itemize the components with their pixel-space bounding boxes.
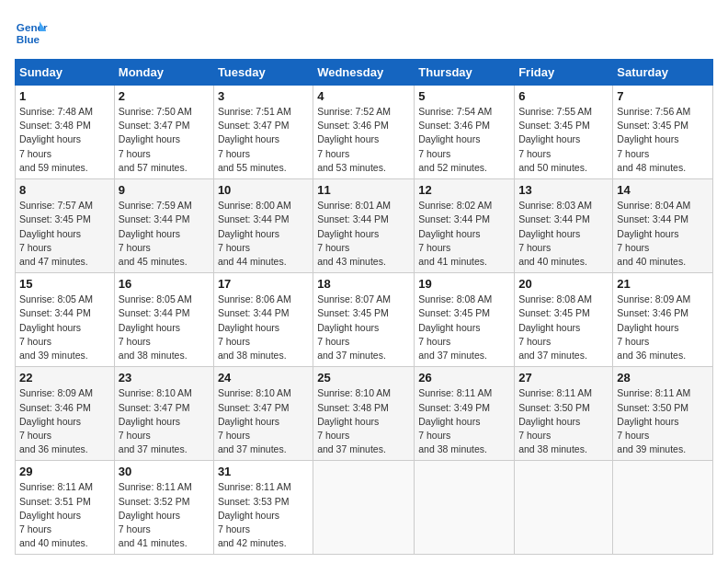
header-tuesday: Tuesday xyxy=(213,60,313,86)
calendar-cell: 17 Sunrise: 8:06 AM Sunset: 3:44 PM Dayl… xyxy=(213,273,313,367)
calendar-cell: 8 Sunrise: 7:57 AM Sunset: 3:45 PM Dayli… xyxy=(16,179,115,273)
day-number: 17 xyxy=(218,277,309,291)
calendar-cell: 21 Sunrise: 8:09 AM Sunset: 3:46 PM Dayl… xyxy=(613,273,713,367)
day-info: Sunrise: 8:11 AM Sunset: 3:52 PM Dayligh… xyxy=(119,480,210,550)
day-number: 9 xyxy=(119,183,210,197)
calendar-cell: 26 Sunrise: 8:11 AM Sunset: 3:49 PM Dayl… xyxy=(415,367,515,461)
day-number: 2 xyxy=(119,89,210,103)
day-info: Sunrise: 8:02 AM Sunset: 3:44 PM Dayligh… xyxy=(418,199,510,269)
header-sunday: Sunday xyxy=(16,60,115,86)
day-info: Sunrise: 8:09 AM Sunset: 3:46 PM Dayligh… xyxy=(617,293,709,362)
day-number: 19 xyxy=(418,277,510,291)
day-number: 6 xyxy=(518,89,609,103)
calendar-table: SundayMondayTuesdayWednesdayThursdayFrid… xyxy=(15,59,713,555)
calendar-cell: 22 Sunrise: 8:09 AM Sunset: 3:46 PM Dayl… xyxy=(16,367,115,461)
day-info: Sunrise: 7:59 AM Sunset: 3:44 PM Dayligh… xyxy=(119,199,210,269)
calendar-cell: 18 Sunrise: 8:07 AM Sunset: 3:45 PM Dayl… xyxy=(313,273,415,367)
day-number: 3 xyxy=(218,89,309,103)
day-info: Sunrise: 8:10 AM Sunset: 3:47 PM Dayligh… xyxy=(119,386,210,456)
day-info: Sunrise: 7:54 AM Sunset: 3:46 PM Dayligh… xyxy=(418,105,510,175)
day-info: Sunrise: 8:11 AM Sunset: 3:50 PM Dayligh… xyxy=(617,386,709,456)
header-wednesday: Wednesday xyxy=(313,60,415,86)
day-number: 7 xyxy=(617,89,709,103)
calendar-cell: 25 Sunrise: 8:10 AM Sunset: 3:48 PM Dayl… xyxy=(313,367,415,461)
calendar-cell: 13 Sunrise: 8:03 AM Sunset: 3:44 PM Dayl… xyxy=(515,179,613,273)
svg-text:Blue: Blue xyxy=(17,33,40,45)
calendar-cell: 27 Sunrise: 8:11 AM Sunset: 3:50 PM Dayl… xyxy=(515,367,613,461)
calendar-cell: 28 Sunrise: 8:11 AM Sunset: 3:50 PM Dayl… xyxy=(613,367,713,461)
page-header: General Blue xyxy=(15,15,713,48)
day-info: Sunrise: 8:06 AM Sunset: 3:44 PM Dayligh… xyxy=(218,293,309,362)
day-number: 12 xyxy=(418,183,510,197)
calendar-cell xyxy=(415,461,515,555)
day-number: 13 xyxy=(518,183,609,197)
day-info: Sunrise: 8:08 AM Sunset: 3:45 PM Dayligh… xyxy=(518,293,609,362)
day-number: 22 xyxy=(19,371,110,385)
day-number: 24 xyxy=(218,371,309,385)
calendar-week-2: 8 Sunrise: 7:57 AM Sunset: 3:45 PM Dayli… xyxy=(16,179,713,273)
day-info: Sunrise: 7:57 AM Sunset: 3:45 PM Dayligh… xyxy=(19,199,110,269)
day-info: Sunrise: 8:11 AM Sunset: 3:51 PM Dayligh… xyxy=(19,480,110,550)
calendar-cell: 1 Sunrise: 7:48 AM Sunset: 3:48 PM Dayli… xyxy=(16,86,115,179)
day-number: 4 xyxy=(317,89,410,103)
day-number: 14 xyxy=(617,183,709,197)
calendar-cell: 24 Sunrise: 8:10 AM Sunset: 3:47 PM Dayl… xyxy=(213,367,313,461)
calendar-cell: 11 Sunrise: 8:01 AM Sunset: 3:44 PM Dayl… xyxy=(313,179,415,273)
day-number: 27 xyxy=(518,371,609,385)
calendar-cell: 31 Sunrise: 8:11 AM Sunset: 3:53 PM Dayl… xyxy=(213,461,313,555)
day-info: Sunrise: 8:03 AM Sunset: 3:44 PM Dayligh… xyxy=(518,199,609,269)
calendar-cell: 12 Sunrise: 8:02 AM Sunset: 3:44 PM Dayl… xyxy=(415,179,515,273)
calendar-week-4: 22 Sunrise: 8:09 AM Sunset: 3:46 PM Dayl… xyxy=(16,367,713,461)
calendar-header-row: SundayMondayTuesdayWednesdayThursdayFrid… xyxy=(16,60,713,86)
day-info: Sunrise: 8:01 AM Sunset: 3:44 PM Dayligh… xyxy=(317,199,410,269)
calendar-cell: 9 Sunrise: 7:59 AM Sunset: 3:44 PM Dayli… xyxy=(114,179,213,273)
calendar-cell: 4 Sunrise: 7:52 AM Sunset: 3:46 PM Dayli… xyxy=(313,86,415,179)
calendar-cell: 23 Sunrise: 8:10 AM Sunset: 3:47 PM Dayl… xyxy=(114,367,213,461)
day-number: 8 xyxy=(19,183,110,197)
day-number: 18 xyxy=(317,277,410,291)
calendar-cell: 7 Sunrise: 7:56 AM Sunset: 3:45 PM Dayli… xyxy=(613,86,713,179)
day-info: Sunrise: 8:08 AM Sunset: 3:45 PM Dayligh… xyxy=(418,293,510,362)
day-number: 29 xyxy=(19,465,110,478)
day-info: Sunrise: 8:00 AM Sunset: 3:44 PM Dayligh… xyxy=(218,199,309,269)
day-number: 28 xyxy=(617,371,709,385)
header-saturday: Saturday xyxy=(613,60,713,86)
day-info: Sunrise: 7:56 AM Sunset: 3:45 PM Dayligh… xyxy=(617,105,709,175)
day-number: 31 xyxy=(218,465,309,478)
day-info: Sunrise: 8:05 AM Sunset: 3:44 PM Dayligh… xyxy=(119,293,210,362)
calendar-cell xyxy=(313,461,415,555)
day-info: Sunrise: 7:52 AM Sunset: 3:46 PM Dayligh… xyxy=(317,105,410,175)
day-number: 16 xyxy=(119,277,210,291)
calendar-cell: 10 Sunrise: 8:00 AM Sunset: 3:44 PM Dayl… xyxy=(213,179,313,273)
day-info: Sunrise: 8:10 AM Sunset: 3:48 PM Dayligh… xyxy=(317,386,410,456)
day-info: Sunrise: 7:50 AM Sunset: 3:47 PM Dayligh… xyxy=(119,105,210,175)
day-number: 25 xyxy=(317,371,410,385)
day-info: Sunrise: 7:55 AM Sunset: 3:45 PM Dayligh… xyxy=(518,105,609,175)
header-friday: Friday xyxy=(515,60,613,86)
calendar-cell: 15 Sunrise: 8:05 AM Sunset: 3:44 PM Dayl… xyxy=(16,273,115,367)
day-number: 23 xyxy=(119,371,210,385)
day-number: 15 xyxy=(19,277,110,291)
calendar-cell: 14 Sunrise: 8:04 AM Sunset: 3:44 PM Dayl… xyxy=(613,179,713,273)
day-info: Sunrise: 7:48 AM Sunset: 3:48 PM Dayligh… xyxy=(19,105,110,175)
logo-icon: General Blue xyxy=(15,15,48,48)
day-info: Sunrise: 8:09 AM Sunset: 3:46 PM Dayligh… xyxy=(19,386,110,456)
header-thursday: Thursday xyxy=(415,60,515,86)
day-info: Sunrise: 8:11 AM Sunset: 3:49 PM Dayligh… xyxy=(418,386,510,456)
day-info: Sunrise: 8:07 AM Sunset: 3:45 PM Dayligh… xyxy=(317,293,410,362)
calendar-cell: 29 Sunrise: 8:11 AM Sunset: 3:51 PM Dayl… xyxy=(16,461,115,555)
day-number: 30 xyxy=(119,465,210,478)
day-number: 5 xyxy=(418,89,510,103)
day-info: Sunrise: 8:05 AM Sunset: 3:44 PM Dayligh… xyxy=(19,293,110,362)
calendar-cell: 30 Sunrise: 8:11 AM Sunset: 3:52 PM Dayl… xyxy=(114,461,213,555)
day-number: 26 xyxy=(418,371,510,385)
day-number: 20 xyxy=(518,277,609,291)
day-info: Sunrise: 8:10 AM Sunset: 3:47 PM Dayligh… xyxy=(218,386,309,456)
calendar-week-3: 15 Sunrise: 8:05 AM Sunset: 3:44 PM Dayl… xyxy=(16,273,713,367)
calendar-cell: 16 Sunrise: 8:05 AM Sunset: 3:44 PM Dayl… xyxy=(114,273,213,367)
day-number: 11 xyxy=(317,183,410,197)
day-info: Sunrise: 8:11 AM Sunset: 3:50 PM Dayligh… xyxy=(518,386,609,456)
calendar-cell xyxy=(515,461,613,555)
day-number: 10 xyxy=(218,183,309,197)
calendar-cell: 6 Sunrise: 7:55 AM Sunset: 3:45 PM Dayli… xyxy=(515,86,613,179)
